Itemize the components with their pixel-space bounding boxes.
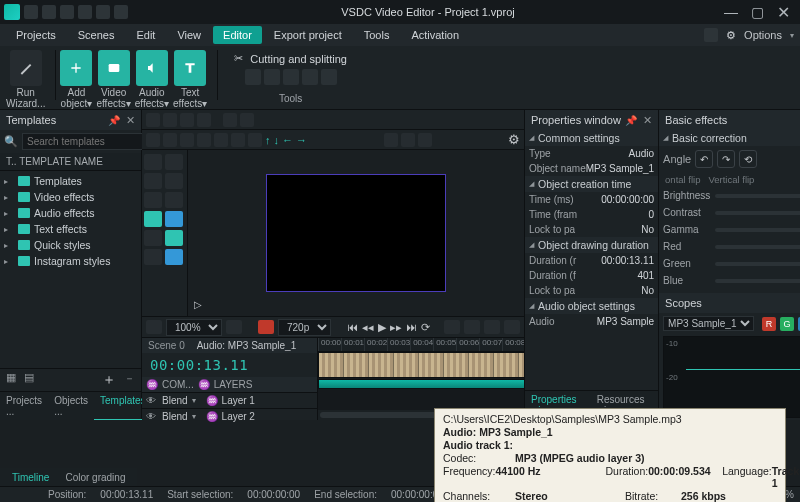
visibility-icon[interactable]: 👁 <box>146 395 158 406</box>
hflip-label[interactable]: ontal flip <box>665 174 700 185</box>
undo-icon[interactable] <box>223 113 237 127</box>
visibility-icon[interactable]: 👁 <box>146 411 158 422</box>
reset-angle-button[interactable]: ⟲ <box>739 150 757 168</box>
prop-value[interactable]: No <box>641 224 654 235</box>
options-label[interactable]: Options <box>744 29 782 41</box>
remove-template-icon[interactable]: － <box>124 371 135 389</box>
tab-projects[interactable]: Projects ... <box>0 392 48 420</box>
go-start-icon[interactable]: ⏮ <box>347 321 358 333</box>
record-icon[interactable] <box>258 320 274 334</box>
arrow-up-icon[interactable]: ↑ <box>265 134 271 146</box>
qat-undo-icon[interactable] <box>78 5 92 19</box>
tree-item-templates[interactable]: ▸Templates <box>0 173 141 189</box>
pointer-tool-icon[interactable] <box>144 173 162 189</box>
tool-icon-3[interactable] <box>283 69 299 85</box>
green-slider[interactable] <box>715 262 800 266</box>
blend-mode[interactable]: Blend <box>162 411 188 422</box>
layer-row-2[interactable]: 👁 Blend ▾ ♒ Layer 2 <box>142 408 317 424</box>
chevron-down-icon[interactable]: ▾ <box>192 396 202 405</box>
chevron-down-icon[interactable]: ▾ <box>192 412 202 421</box>
tree-item-video-effects[interactable]: ▸Video effects <box>0 189 141 205</box>
zoom-in-icon[interactable] <box>226 320 242 334</box>
prop-value[interactable]: 00:00:00:00 <box>601 194 654 205</box>
snap-icon[interactable] <box>163 133 177 147</box>
tab-timeline[interactable]: Timeline <box>4 470 57 485</box>
video-effects-button[interactable] <box>98 50 130 86</box>
order-icon[interactable] <box>418 133 432 147</box>
tool-icon-4[interactable] <box>302 69 318 85</box>
settings-icon[interactable] <box>504 320 520 334</box>
copy-icon[interactable] <box>163 113 177 127</box>
grid-icon[interactable] <box>146 133 160 147</box>
contrast-slider[interactable] <box>715 211 800 215</box>
align-right-icon[interactable] <box>214 133 228 147</box>
prop-value[interactable]: 0 <box>649 209 655 220</box>
marker-icon[interactable] <box>444 320 460 334</box>
blend-mode[interactable]: Blend <box>162 395 188 406</box>
arrow-left-icon[interactable]: ← <box>282 134 293 146</box>
scope-source-select[interactable]: MP3 Sample_1 <box>663 316 754 331</box>
resolution-select[interactable]: 720p <box>278 319 331 336</box>
section-drawing[interactable]: Object drawing duration <box>525 237 658 253</box>
shape-tool-icon[interactable] <box>165 173 183 189</box>
pin-icon[interactable]: 📌 <box>108 115 120 126</box>
tool-icon-2[interactable] <box>264 69 280 85</box>
menu-view[interactable]: View <box>167 26 211 44</box>
fx-tool-icon[interactable] <box>165 230 183 246</box>
preview-canvas[interactable] <box>266 174 446 292</box>
cutting-splitting-label[interactable]: Cutting and splitting <box>250 53 347 65</box>
zoom-out-icon[interactable] <box>146 320 162 334</box>
brightness-slider[interactable] <box>715 194 800 198</box>
section-basic-correction[interactable]: Basic correction <box>659 130 800 146</box>
tool-icon-5[interactable] <box>321 69 337 85</box>
menu-activation[interactable]: Activation <box>401 26 469 44</box>
scene-tab-0[interactable]: Scene 0 <box>142 338 191 353</box>
video-clip[interactable] <box>318 352 524 378</box>
red-slider[interactable] <box>715 245 800 249</box>
tree-item-instagram-styles[interactable]: ▸Instagram styles <box>0 253 141 269</box>
align-left-icon[interactable] <box>180 133 194 147</box>
layer-row-1[interactable]: 👁 Blend ▾ ♒ Layer 1 <box>142 392 317 408</box>
run-wizard-button[interactable] <box>10 50 42 86</box>
tab-objects[interactable]: Objects ... <box>48 392 94 420</box>
menu-edit[interactable]: Edit <box>126 26 165 44</box>
text-tool-icon[interactable] <box>165 154 183 170</box>
qat-save-icon[interactable] <box>60 5 74 19</box>
canvas-settings-icon[interactable]: ⚙ <box>508 132 520 147</box>
audio-clip[interactable] <box>318 379 524 389</box>
mask-tool-icon[interactable] <box>165 249 183 265</box>
scope-g-button[interactable]: G <box>780 317 794 331</box>
options-chevron-icon[interactable]: ▾ <box>790 31 794 40</box>
qat-open-icon[interactable] <box>42 5 56 19</box>
add-template-icon[interactable]: ＋ <box>102 371 116 389</box>
scope-r-button[interactable]: R <box>762 317 776 331</box>
go-end-icon[interactable]: ⏭ <box>406 321 417 333</box>
section-audio[interactable]: Audio object settings <box>525 298 658 314</box>
zoom-select[interactable]: 100% <box>166 319 222 336</box>
menu-projects[interactable]: Projects <box>6 26 66 44</box>
tpl-tool-icon[interactable]: ▤ <box>24 371 34 389</box>
align-top-icon[interactable] <box>231 133 245 147</box>
audio-effects-button[interactable] <box>136 50 168 86</box>
link-icon[interactable] <box>484 320 500 334</box>
eyedrop-tool-icon[interactable] <box>144 230 162 246</box>
gamma-slider[interactable] <box>715 228 800 232</box>
next-frame-icon[interactable]: ▸▸ <box>390 321 402 334</box>
prop-value[interactable]: No <box>641 285 654 296</box>
close-button[interactable]: ✕ <box>770 3 796 21</box>
marker-tool-icon[interactable] <box>144 211 162 227</box>
timeline-ruler[interactable]: 00:00 00:01 00:02 00:03 00:04 00:05 00:0… <box>318 338 524 352</box>
crop-tool-icon[interactable] <box>144 192 162 208</box>
layers-icon[interactable] <box>401 133 415 147</box>
qat-more-icon[interactable] <box>114 5 128 19</box>
section-creation[interactable]: Object creation time <box>525 176 658 192</box>
scene-tab-audio[interactable]: Audio: MP3 Sample_1 <box>191 338 303 353</box>
rotate-ccw-button[interactable]: ↶ <box>695 150 713 168</box>
prop-value[interactable]: MP3 Sample <box>597 316 654 327</box>
settings-gear-icon[interactable]: ⚙ <box>726 29 736 42</box>
split-icon[interactable] <box>464 320 480 334</box>
tab-color-grading[interactable]: Color grading <box>57 470 133 485</box>
arrow-right-icon[interactable]: → <box>296 134 307 146</box>
minimize-button[interactable]: — <box>718 3 744 21</box>
qat-new-icon[interactable] <box>24 5 38 19</box>
